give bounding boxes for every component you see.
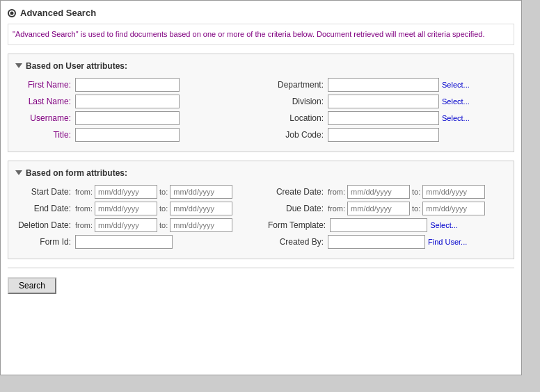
start-from-label: from: [75, 188, 93, 196]
bottom-bar: Search [8, 268, 514, 294]
create-date-range: from: to: [328, 185, 485, 199]
division-input[interactable] [328, 95, 439, 108]
deletion-from-label: from: [75, 221, 93, 229]
start-date-row: Start Date: from: to: [15, 185, 254, 199]
last-name-input[interactable] [75, 95, 180, 108]
first-name-input[interactable] [75, 78, 180, 92]
form-template-input[interactable] [330, 218, 427, 232]
location-label: Location: [268, 113, 324, 123]
division-label: Division: [268, 97, 324, 106]
start-date-to-input[interactable] [170, 185, 232, 199]
create-date-label: Create Date: [268, 187, 324, 197]
department-label: Department: [268, 80, 324, 90]
description-text: "Advanced Search" is used to find docume… [8, 24, 514, 45]
form-section-header: Based on form attributes: [15, 168, 507, 178]
create-to-label: to: [412, 188, 420, 196]
radio-advanced-search[interactable] [8, 9, 16, 17]
form-template-row: Form Template: Select... [268, 218, 507, 232]
department-input[interactable] [328, 78, 439, 92]
due-to-label: to: [412, 204, 420, 213]
end-to-label: to: [159, 204, 168, 213]
department-select-link[interactable]: Select... [442, 81, 470, 89]
end-from-label: from: [75, 204, 93, 213]
form-left-col: Start Date: from: to: End Date: from: to… [15, 185, 254, 252]
deletion-date-to-input[interactable] [170, 218, 232, 232]
deletion-to-label: to: [159, 221, 168, 229]
created-by-input[interactable] [328, 235, 425, 249]
location-select-link[interactable]: Select... [442, 114, 470, 122]
form-template-select-link[interactable]: Select... [430, 221, 458, 229]
start-date-from-input[interactable] [95, 185, 157, 199]
start-to-label: to: [159, 188, 168, 196]
form-id-input[interactable] [75, 235, 173, 249]
username-label: Username: [15, 113, 71, 123]
end-date-range: from: to: [75, 202, 232, 215]
find-user-link[interactable]: Find User... [428, 238, 467, 246]
page-title: Advanced Search [20, 8, 96, 18]
user-section-header: Based on User attributes: [15, 61, 507, 71]
deletion-date-from-input[interactable] [95, 218, 157, 232]
due-date-to-input[interactable] [422, 202, 485, 215]
deletion-date-row: Deletion Date: from: to: [15, 218, 254, 232]
due-date-from-input[interactable] [347, 202, 410, 215]
create-from-label: from: [328, 188, 345, 196]
form-template-label: Form Template: [268, 220, 326, 230]
user-fields-grid: First Name: Last Name: Username: Title: [15, 78, 507, 145]
last-name-row: Last Name: [15, 95, 254, 108]
create-date-from-input[interactable] [347, 185, 410, 199]
deletion-date-range: from: to: [75, 218, 232, 232]
end-date-from-input[interactable] [95, 202, 157, 215]
collapse-triangle-user[interactable] [15, 63, 22, 68]
title-row: Title: [15, 128, 254, 142]
advanced-search-header: Advanced Search [8, 8, 514, 18]
search-button[interactable]: Search [8, 277, 56, 294]
department-row: Department: Select... [268, 78, 507, 92]
user-left-col: First Name: Last Name: Username: Title: [15, 78, 254, 145]
location-input[interactable] [328, 111, 439, 125]
page-container: Advanced Search "Advanced Search" is use… [0, 0, 522, 375]
user-attributes-section: Based on User attributes: First Name: La… [8, 54, 514, 152]
job-code-row: Job Code: [268, 128, 507, 142]
title-label: Title: [15, 130, 71, 140]
username-input[interactable] [75, 111, 180, 125]
title-input[interactable] [75, 128, 180, 142]
job-code-input[interactable] [328, 128, 439, 142]
form-id-row: Form Id: [15, 235, 254, 249]
first-name-row: First Name: [15, 78, 254, 92]
job-code-label: Job Code: [268, 130, 324, 140]
start-date-label: Start Date: [15, 187, 71, 197]
end-date-label: End Date: [15, 204, 71, 213]
create-date-row: Create Date: from: to: [268, 185, 507, 199]
deletion-date-label: Deletion Date: [15, 220, 71, 230]
form-fields-grid: Start Date: from: to: End Date: from: to… [15, 185, 507, 252]
due-date-label: Due Date: [268, 204, 324, 213]
form-attributes-section: Based on form attributes: Start Date: fr… [8, 161, 514, 259]
collapse-triangle-form[interactable] [15, 170, 22, 175]
first-name-label: First Name: [15, 80, 71, 90]
create-date-to-input[interactable] [422, 185, 485, 199]
end-date-row: End Date: from: to: [15, 202, 254, 215]
username-row: Username: [15, 111, 254, 125]
form-id-label: Form Id: [15, 237, 71, 247]
created-by-row: Created By: Find User... [268, 235, 507, 249]
user-right-col: Department: Select... Division: Select..… [268, 78, 507, 145]
created-by-label: Created By: [268, 237, 324, 247]
last-name-label: Last Name: [15, 97, 71, 106]
location-row: Location: Select... [268, 111, 507, 125]
division-select-link[interactable]: Select... [442, 97, 470, 106]
due-date-row: Due Date: from: to: [268, 202, 507, 215]
due-from-label: from: [328, 204, 345, 213]
form-section-title: Based on form attributes: [26, 168, 127, 178]
division-row: Division: Select... [268, 95, 507, 108]
user-section-title: Based on User attributes: [26, 61, 127, 71]
due-date-range: from: to: [328, 202, 485, 215]
start-date-range: from: to: [75, 185, 232, 199]
end-date-to-input[interactable] [170, 202, 232, 215]
form-right-col: Create Date: from: to: Due Date: from: t… [268, 185, 507, 252]
